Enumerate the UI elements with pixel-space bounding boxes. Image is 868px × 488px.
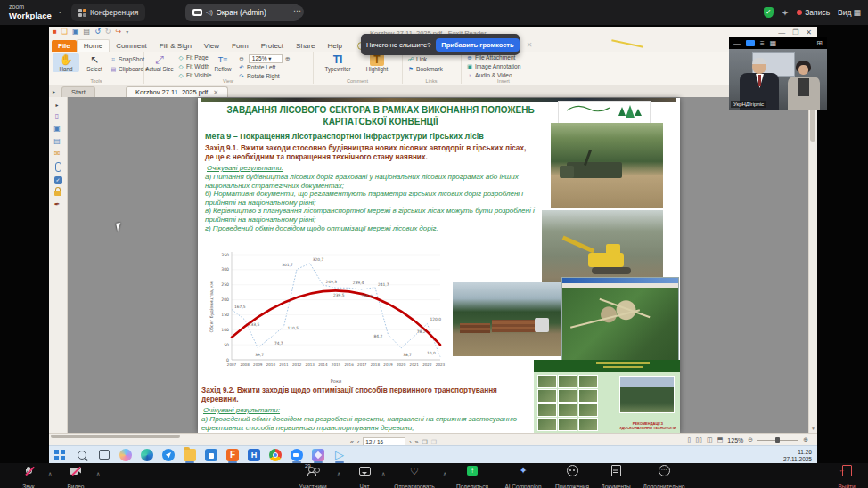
continuous-view-icon[interactable]: ▯▯: [695, 436, 702, 443]
leave-button[interactable]: Выйти: [832, 465, 861, 488]
more-ellipsis-icon[interactable]: ⋯: [291, 5, 304, 19]
select-tool-button[interactable]: ↖ Select: [81, 53, 108, 72]
taskbar-clock[interactable]: 11:26 27.11.2025: [783, 449, 812, 462]
zoom-slider[interactable]: [757, 440, 798, 441]
chat-button[interactable]: Чат: [351, 465, 378, 488]
horizontal-scrollbar-thumb[interactable]: [51, 435, 180, 438]
close-icon[interactable]: ✕: [806, 28, 812, 37]
fit-width-button[interactable]: ◇Fit Width: [177, 63, 209, 70]
fit-view-icon[interactable]: ⬒: [717, 436, 724, 443]
tab-conference[interactable]: Конференция: [71, 4, 145, 21]
gallery-view-icon[interactable]: ▦: [770, 39, 777, 47]
tab-fill-sign[interactable]: Fill & Sign: [153, 40, 198, 52]
zoom-out-magnifier-icon[interactable]: ⊖: [238, 55, 245, 62]
link-button[interactable]: ☍Link: [407, 56, 427, 63]
taskbar-icon-file-explorer[interactable]: [184, 449, 196, 461]
bookmark-button[interactable]: ⚑Bookmark: [407, 66, 443, 73]
taskbar-icon-zoom[interactable]: [291, 449, 303, 461]
react-button[interactable]: ♡ Отреагировать: [389, 465, 440, 488]
view-button[interactable]: Вид▦: [838, 8, 861, 17]
layers-icon[interactable]: ▤: [49, 137, 65, 145]
taskbar-icon-start[interactable]: [53, 449, 66, 461]
vertical-scrollbar[interactable]: ▲ ▼: [808, 97, 817, 433]
open-folder-icon[interactable]: ❏: [61, 28, 68, 36]
tab-protect[interactable]: Protect: [255, 40, 290, 52]
taskbar-icon-copilot[interactable]: [119, 449, 132, 461]
rotate-left-button[interactable]: ↶Rotate Left: [238, 64, 275, 71]
speaker-view-icon[interactable]: [746, 40, 755, 46]
zoom-in-magnifier-icon[interactable]: ⊕: [284, 55, 291, 62]
minimize-video-icon[interactable]: —: [733, 39, 741, 47]
taskbar-icon-search[interactable]: [78, 451, 86, 460]
sparkle-icon[interactable]: ✦: [782, 8, 789, 18]
zoom-in-icon[interactable]: ⊕: [803, 436, 808, 443]
last-page-icon[interactable]: »: [415, 439, 419, 445]
tab-share[interactable]: Share: [290, 40, 321, 52]
minimize-icon[interactable]: —: [778, 28, 785, 37]
redo-icon[interactable]: ↻: [105, 28, 111, 36]
video-button[interactable]: Видео: [59, 465, 93, 488]
scroll-down-icon[interactable]: ▼: [809, 426, 817, 431]
more-button[interactable]: ⋯ Дополнительно: [638, 465, 690, 488]
taskbar-icon-foxit[interactable]: F: [226, 449, 239, 461]
react-chevron-icon[interactable]: ∧: [443, 470, 446, 476]
tab-form[interactable]: Form: [225, 40, 255, 52]
certificates-icon[interactable]: ✓: [54, 176, 62, 184]
list-view-icon[interactable]: ≡: [760, 39, 765, 47]
single-page-view-icon[interactable]: ▯: [688, 436, 692, 443]
participants-button[interactable]: 29 Участники: [292, 465, 333, 488]
status-zoom-value[interactable]: 125%: [727, 437, 743, 443]
doc-tab-close-icon[interactable]: ✕: [213, 89, 218, 95]
increase-volume-button[interactable]: Прибавить громкость: [436, 38, 519, 52]
taskbar-icon-edge[interactable]: [141, 449, 153, 461]
taskbar-icon-h-app[interactable]: H: [248, 449, 260, 461]
audio-button[interactable]: Звук: [12, 465, 45, 488]
taskbar-icon-blue-app[interactable]: [162, 449, 175, 461]
zoom-value-box[interactable]: 125% ▾: [249, 54, 283, 63]
file-attachment-button[interactable]: ⊕File Attachment: [466, 54, 515, 61]
taskbar-icon-store[interactable]: [205, 449, 217, 461]
audio-video-button[interactable]: ♪Audio & Video: [466, 72, 512, 78]
hand-tool-button[interactable]: ✋ Hand: [53, 53, 79, 72]
tab-home[interactable]: Home: [77, 39, 110, 52]
comments-panel-icon[interactable]: ✉: [49, 150, 65, 158]
tab-scroll-arrow-icon[interactable]: ▸: [53, 88, 55, 94]
undo-icon[interactable]: ↺: [94, 28, 101, 36]
image-annotation-button[interactable]: ▣Image Annotation: [466, 63, 520, 70]
record-indicator[interactable]: Запись: [797, 8, 830, 17]
highlight-button[interactable]: T Highlight: [359, 53, 395, 72]
taskbar-icon-task-view[interactable]: [99, 450, 110, 460]
share-button[interactable]: ↑ Поделиться: [451, 465, 494, 488]
video-options-chevron-icon[interactable]: ∧: [96, 470, 100, 476]
next-page-icon[interactable]: ›: [409, 439, 411, 445]
share-mail-icon[interactable]: ↪: [116, 28, 122, 36]
notification-close-icon[interactable]: ✕: [527, 41, 533, 49]
save-icon[interactable]: ▣: [72, 28, 79, 36]
participants-chevron-icon[interactable]: ∧: [337, 470, 340, 476]
attachments-icon[interactable]: [55, 162, 61, 172]
taskbar-icon-media-player[interactable]: ▷: [333, 449, 346, 461]
tab-file[interactable]: File: [52, 40, 77, 52]
chat-chevron-icon[interactable]: ∧: [381, 470, 385, 476]
tab-screen-share[interactable]: ◁) Экран (Admin): [185, 4, 299, 21]
documents-button[interactable]: Документы: [595, 465, 636, 488]
print-icon[interactable]: ▤: [84, 28, 91, 36]
actual-size-button[interactable]: ⤢ Actual Size: [145, 53, 174, 72]
apps-button[interactable]: Приложения: [551, 465, 594, 488]
security-lock-icon[interactable]: [54, 191, 61, 196]
tab-comment[interactable]: Comment: [110, 40, 153, 52]
scrollbar-thumb[interactable]: [810, 108, 815, 142]
first-page-icon[interactable]: «: [350, 439, 354, 445]
previous-page-icon[interactable]: ‹: [357, 439, 359, 445]
fit-page-button[interactable]: ◇Fit Page: [177, 54, 209, 61]
ai-companion-button[interactable]: ✦ AI Companion: [499, 465, 547, 488]
restore-icon[interactable]: ❐: [792, 28, 798, 37]
audio-options-chevron-icon[interactable]: ∧: [48, 470, 52, 476]
sidebar-expand-icon[interactable]: ▸: [49, 102, 65, 108]
snapshot-button[interactable]: ⌗SnapShot: [110, 56, 144, 63]
facing-view-icon[interactable]: ◫: [707, 436, 713, 443]
reflow-button[interactable]: T≡ Reflow: [211, 53, 234, 72]
tab-help[interactable]: Help: [321, 40, 348, 52]
typewriter-button[interactable]: TI Typewriter: [320, 53, 356, 72]
clipboard-button[interactable]: ▤Clipboard ▾: [110, 66, 148, 73]
